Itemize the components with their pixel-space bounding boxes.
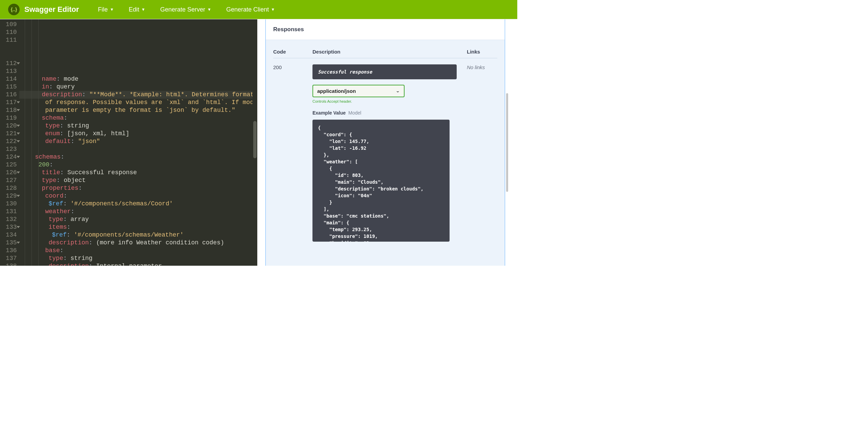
code-line[interactable]: of response. Possible values are `xml` a…: [19, 99, 257, 106]
response-description-column: Successful response application/json ⌄ C…: [312, 64, 467, 242]
code-line[interactable]: base:: [19, 247, 257, 255]
preview-scrollbar[interactable]: [505, 19, 509, 266]
code-line[interactable]: enum: [json, xml, html]: [19, 130, 257, 138]
col-header-links: Links: [467, 49, 497, 55]
gutter-line-number: 137: [0, 255, 19, 262]
gutter-line-number: 129: [0, 192, 19, 200]
code-line[interactable]: $ref: '#/components/schemas/Weather': [19, 231, 257, 239]
gutter-line-number: 122: [0, 138, 19, 145]
gutter-line-number: 136: [0, 247, 19, 255]
gutter-line-number: 109: [0, 21, 19, 28]
code-line[interactable]: type: object: [19, 177, 257, 184]
editor-scrollbar-thumb[interactable]: [253, 121, 257, 158]
gutter-line-number: 124: [0, 153, 19, 161]
response-row: 200 Successful response application/json…: [273, 58, 497, 242]
gutter-line-number: 114: [0, 75, 19, 83]
gutter-line-number: 134: [0, 231, 19, 239]
example-value-box[interactable]: { "coord": { "lon": 145.77, "lat": -16.9…: [312, 120, 450, 242]
tab-model[interactable]: Model: [348, 110, 361, 116]
code-line[interactable]: schema:: [19, 114, 257, 122]
tab-example-value[interactable]: Example Value: [312, 110, 346, 116]
response-description: Successful response: [312, 64, 457, 79]
chevron-down-icon: ▼: [271, 7, 275, 12]
col-header-description: Description: [312, 49, 467, 55]
code-line[interactable]: title: Successful response: [19, 169, 257, 177]
gutter-line-number: 117: [0, 99, 19, 106]
gutter-line-number: 115: [0, 83, 19, 91]
gutter-line-number: 116: [0, 91, 19, 99]
response-links: No links: [467, 64, 497, 242]
code-line[interactable]: default: "json": [19, 138, 257, 145]
chevron-down-icon: ▼: [207, 7, 211, 12]
code-line[interactable]: weather:: [19, 208, 257, 216]
gutter-line-number: 123: [0, 145, 19, 153]
col-header-code: Code: [273, 49, 312, 55]
top-menu: File▼ Edit▼ Generate Server▼ Generate Cl…: [98, 6, 275, 13]
swagger-logo-icon: {..}: [8, 4, 20, 15]
app-title: Swagger Editor: [24, 5, 79, 14]
response-code: 200: [273, 64, 312, 242]
menu-generate-client[interactable]: Generate Client▼: [226, 6, 275, 13]
menu-generate-server[interactable]: Generate Server▼: [160, 6, 211, 13]
media-type-value: application/json: [317, 88, 356, 94]
gutter-line-number: 138: [0, 262, 19, 266]
yaml-editor[interactable]: 1091101111121131141151161171181191201211…: [0, 19, 257, 266]
gutter-line-number: 127: [0, 177, 19, 184]
responses-body: Code Description Links 200 Successful re…: [266, 40, 505, 266]
gutter-line-number: [0, 44, 19, 52]
gutter-line-number: 130: [0, 200, 19, 208]
code-line[interactable]: in: query: [19, 83, 257, 91]
code-line[interactable]: schemas:: [19, 153, 257, 161]
code-line[interactable]: type: string: [19, 122, 257, 130]
gutter-line-number: 126: [0, 169, 19, 177]
code-line[interactable]: type: string: [19, 255, 257, 262]
code-line[interactable]: parameter is empty the format is `json` …: [19, 106, 257, 114]
gutter-line-number: 131: [0, 208, 19, 216]
gutter-line-number: 128: [0, 184, 19, 192]
gutter-line-number: [0, 52, 19, 60]
main-split: 1091101111121131141151161171181191201211…: [0, 19, 517, 266]
code-line[interactable]: type: array: [19, 216, 257, 223]
code-line[interactable]: $ref: '#/components/schemas/Coord': [19, 200, 257, 208]
media-type-select[interactable]: application/json ⌄: [312, 85, 405, 97]
code-line[interactable]: description: "**Mode**. *Example: html*.…: [19, 91, 257, 99]
gutter-line-number: 112: [0, 60, 19, 67]
editor-scrollbar-track: [253, 19, 257, 266]
gutter-line-number: 121: [0, 130, 19, 138]
example-model-tabs: Example Value Model: [312, 110, 457, 116]
responses-table-header: Code Description Links: [273, 45, 497, 58]
code-line[interactable]: [19, 145, 257, 153]
gutter-line-number: 111: [0, 36, 19, 44]
gutter-line-number: 132: [0, 216, 19, 223]
menu-edit[interactable]: Edit▼: [129, 6, 145, 13]
responses-header: Responses: [266, 19, 505, 40]
gutter-line-number: 119: [0, 114, 19, 122]
gutter-line-number: 118: [0, 106, 19, 114]
gutter-line-number: 135: [0, 239, 19, 247]
code-line[interactable]: description: Internal parameter: [19, 262, 257, 266]
operation-block: Responses Code Description Links 200 Suc…: [265, 19, 505, 266]
topbar: {..} Swagger Editor File▼ Edit▼ Generate…: [0, 0, 517, 19]
chevron-down-icon: ⌄: [396, 89, 400, 93]
gutter-line-number: 110: [0, 28, 19, 36]
code-line[interactable]: description: (more info Weather conditio…: [19, 239, 257, 247]
preview-pane: Responses Code Description Links 200 Suc…: [257, 19, 517, 266]
chevron-down-icon: ▼: [110, 7, 114, 12]
code-line[interactable]: name: mode: [19, 75, 257, 83]
code-line[interactable]: coord:: [19, 192, 257, 200]
code-line[interactable]: 200:: [19, 161, 257, 169]
logo[interactable]: {..} Swagger Editor: [8, 4, 79, 15]
code-line[interactable]: properties:: [19, 184, 257, 192]
menu-file[interactable]: File▼: [98, 6, 114, 13]
editor-code[interactable]: name: modein: querydescription: "**Mode*…: [19, 19, 257, 266]
gutter-line-number: 125: [0, 161, 19, 169]
gutter-line-number: 120: [0, 122, 19, 130]
preview-scrollbar-thumb[interactable]: [506, 93, 508, 192]
editor-gutter: 1091101111121131141151161171181191201211…: [0, 19, 19, 266]
media-type-helper: Controls Accept header.: [312, 99, 457, 103]
code-line[interactable]: items:: [19, 223, 257, 231]
gutter-line-number: 133: [0, 223, 19, 231]
chevron-down-icon: ▼: [141, 7, 145, 12]
gutter-line-number: 113: [0, 67, 19, 75]
